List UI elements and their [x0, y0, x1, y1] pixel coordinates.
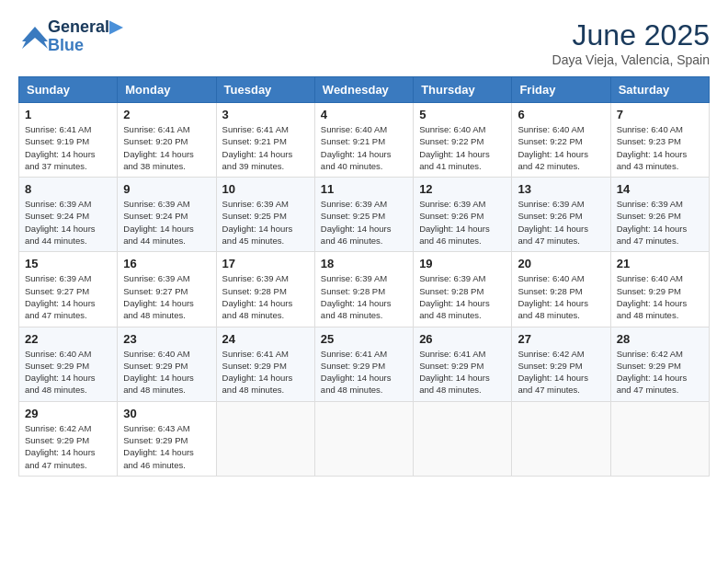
calendar-day: 10Sunrise: 6:39 AMSunset: 9:25 PMDayligh… [216, 178, 314, 252]
calendar-day: 8Sunrise: 6:39 AMSunset: 9:24 PMDaylight… [19, 178, 118, 252]
calendar-day: 17Sunrise: 6:39 AMSunset: 9:28 PMDayligh… [216, 252, 314, 327]
calendar-day: 24Sunrise: 6:41 AMSunset: 9:29 PMDayligh… [216, 327, 314, 401]
calendar-day: 19Sunrise: 6:39 AMSunset: 9:28 PMDayligh… [414, 252, 512, 327]
calendar-day: 13Sunrise: 6:39 AMSunset: 9:26 PMDayligh… [512, 178, 610, 252]
calendar-day: 26Sunrise: 6:41 AMSunset: 9:29 PMDayligh… [414, 327, 512, 401]
calendar-day [216, 401, 314, 476]
month-title: June 2025 [552, 18, 710, 52]
logo: General▶ Blue [18, 18, 122, 55]
calendar-day [610, 401, 709, 476]
weekday-header: Tuesday [216, 77, 314, 103]
calendar-week-3: 15Sunrise: 6:39 AMSunset: 9:27 PMDayligh… [19, 252, 710, 327]
weekday-header: Wednesday [314, 77, 413, 103]
calendar-day: 25Sunrise: 6:41 AMSunset: 9:29 PMDayligh… [314, 327, 413, 401]
calendar-day: 1Sunrise: 6:41 AMSunset: 9:19 PMDaylight… [19, 103, 118, 178]
title-block: June 2025 Daya Vieja, Valencia, Spain [552, 18, 710, 67]
calendar-day: 30Sunrise: 6:43 AMSunset: 9:29 PMDayligh… [118, 401, 216, 476]
calendar-day: 6Sunrise: 6:40 AMSunset: 9:22 PMDaylight… [512, 103, 610, 178]
weekday-header: Saturday [610, 77, 709, 103]
calendar-day: 18Sunrise: 6:39 AMSunset: 9:28 PMDayligh… [314, 252, 413, 327]
calendar-day: 2Sunrise: 6:41 AMSunset: 9:20 PMDaylight… [118, 103, 216, 178]
calendar-day: 20Sunrise: 6:40 AMSunset: 9:28 PMDayligh… [512, 252, 610, 327]
calendar-day: 15Sunrise: 6:39 AMSunset: 9:27 PMDayligh… [19, 252, 118, 327]
calendar-table: SundayMondayTuesdayWednesdayThursdayFrid… [18, 76, 710, 477]
calendar-day: 11Sunrise: 6:39 AMSunset: 9:25 PMDayligh… [314, 178, 413, 252]
logo-text: General▶ Blue [48, 18, 122, 55]
calendar-day: 7Sunrise: 6:40 AMSunset: 9:23 PMDaylight… [610, 103, 709, 178]
calendar-day [512, 401, 610, 476]
calendar-week-4: 22Sunrise: 6:40 AMSunset: 9:29 PMDayligh… [19, 327, 710, 401]
calendar-day: 28Sunrise: 6:42 AMSunset: 9:29 PMDayligh… [610, 327, 709, 401]
calendar-day [414, 401, 512, 476]
calendar-day: 22Sunrise: 6:40 AMSunset: 9:29 PMDayligh… [19, 327, 118, 401]
calendar-week-1: 1Sunrise: 6:41 AMSunset: 9:19 PMDaylight… [19, 103, 710, 178]
weekday-header: Friday [512, 77, 610, 103]
calendar-day: 29Sunrise: 6:42 AMSunset: 9:29 PMDayligh… [19, 401, 118, 476]
page-header: General▶ Blue June 2025 Daya Vieja, Vale… [18, 18, 710, 67]
weekday-header-row: SundayMondayTuesdayWednesdayThursdayFrid… [19, 77, 710, 103]
calendar-day: 9Sunrise: 6:39 AMSunset: 9:24 PMDaylight… [118, 178, 216, 252]
calendar-day: 16Sunrise: 6:39 AMSunset: 9:27 PMDayligh… [118, 252, 216, 327]
calendar-day: 4Sunrise: 6:40 AMSunset: 9:21 PMDaylight… [314, 103, 413, 178]
calendar-day: 21Sunrise: 6:40 AMSunset: 9:29 PMDayligh… [610, 252, 709, 327]
calendar-day: 27Sunrise: 6:42 AMSunset: 9:29 PMDayligh… [512, 327, 610, 401]
calendar-day [314, 401, 413, 476]
calendar-day: 12Sunrise: 6:39 AMSunset: 9:26 PMDayligh… [414, 178, 512, 252]
calendar-day: 23Sunrise: 6:40 AMSunset: 9:29 PMDayligh… [118, 327, 216, 401]
calendar-day: 3Sunrise: 6:41 AMSunset: 9:21 PMDaylight… [216, 103, 314, 178]
calendar-week-5: 29Sunrise: 6:42 AMSunset: 9:29 PMDayligh… [19, 401, 710, 476]
calendar-day: 14Sunrise: 6:39 AMSunset: 9:26 PMDayligh… [610, 178, 709, 252]
location-subtitle: Daya Vieja, Valencia, Spain [552, 52, 710, 67]
weekday-header: Sunday [19, 77, 118, 103]
svg-marker-0 [22, 27, 48, 49]
calendar-week-2: 8Sunrise: 6:39 AMSunset: 9:24 PMDaylight… [19, 178, 710, 252]
weekday-header: Monday [118, 77, 216, 103]
weekday-header: Thursday [414, 77, 512, 103]
calendar-day: 5Sunrise: 6:40 AMSunset: 9:22 PMDaylight… [414, 103, 512, 178]
logo-icon [18, 23, 46, 51]
